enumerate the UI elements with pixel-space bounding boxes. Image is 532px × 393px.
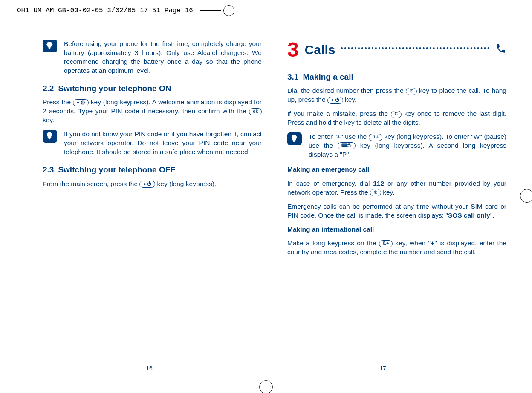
registration-mark-right bbox=[520, 189, 532, 204]
section-2-2-heading: 2.2Switching your telephone ON bbox=[43, 83, 262, 94]
emergency-body: In case of emergency, dial 112 or any ot… bbox=[287, 179, 506, 197]
tip-plus: To enter "+" use the 0.+ key (long keypr… bbox=[287, 132, 506, 159]
tip-plus-text: To enter "+" use the 0.+ key (long keypr… bbox=[309, 132, 506, 159]
section-3-1-heading: 3.1Making a call bbox=[287, 72, 506, 83]
power-key-icon: ● ⏻ bbox=[139, 181, 155, 188]
tip-pin-text: If you do not know your PIN code or if y… bbox=[64, 130, 262, 157]
page-number-right: 17 bbox=[276, 365, 489, 372]
mistake-paragraph: If you make a mistake, press the C key o… bbox=[287, 109, 506, 127]
phone-icon bbox=[495, 43, 506, 57]
right-page: 3 Calls 3.1Making a call Dial the desire… bbox=[287, 36, 506, 367]
dial-paragraph: Dial the desired number then press the ✆… bbox=[287, 86, 506, 104]
left-page: Before using your phone for the first ti… bbox=[43, 36, 262, 367]
lightbulb-icon bbox=[43, 130, 57, 143]
tip-pin: If you do not know your PIN code or if y… bbox=[43, 130, 262, 157]
tip-charge: Before using your phone for the first ti… bbox=[43, 40, 262, 75]
ok-key-icon: ok bbox=[249, 108, 262, 115]
section-2-3-body: From the main screen, press the ● ⏻ key … bbox=[43, 180, 262, 189]
tip-charge-text: Before using your phone for the first ti… bbox=[64, 40, 262, 75]
call-key-icon: ✆ bbox=[406, 88, 417, 95]
crop-mark-header: OH1_UM_AM_GB-03-02-05 3/02/05 17:51 Page… bbox=[17, 5, 234, 16]
page-spread: OH1_UM_AM_GB-03-02-05 3/02/05 17:51 Page… bbox=[0, 0, 532, 393]
zero-key-icon: 0.+ bbox=[379, 240, 393, 247]
registration-mark-bottom bbox=[259, 380, 273, 393]
zero-key-icon: 0.+ bbox=[369, 134, 382, 141]
dot-leader bbox=[341, 47, 489, 49]
crop-text: OH1_UM_AM_GB-03-02-05 3/02/05 17:51 Page… bbox=[17, 7, 193, 14]
emergency-heading: Making an emergency call bbox=[287, 165, 506, 174]
hash-key-icon: ⌨#♪ bbox=[338, 142, 356, 149]
lightbulb-icon bbox=[287, 132, 302, 145]
lightbulb-icon bbox=[43, 40, 57, 52]
chapter-name: Calls bbox=[305, 41, 335, 59]
call-key-icon: ✆ bbox=[370, 189, 381, 196]
intl-heading: Making an international call bbox=[287, 225, 506, 234]
chapter-3-title: 3 Calls bbox=[287, 36, 506, 64]
section-2-2-body: Press the ● ⏻ key (long keypress). A wel… bbox=[43, 98, 262, 125]
clear-key-icon: C bbox=[391, 111, 402, 118]
power-key-icon: ● ⏻ bbox=[327, 97, 343, 104]
sos-body: Emergency calls can be performed at any … bbox=[287, 202, 506, 220]
section-2-3-heading: 2.3Switching your telephone OFF bbox=[43, 164, 262, 175]
intl-body: Make a long keypress on the 0.+ key, whe… bbox=[287, 239, 506, 257]
page-number-left: 16 bbox=[43, 365, 256, 372]
chapter-number: 3 bbox=[287, 36, 299, 64]
power-key-icon: ● ⏻ bbox=[73, 99, 89, 106]
